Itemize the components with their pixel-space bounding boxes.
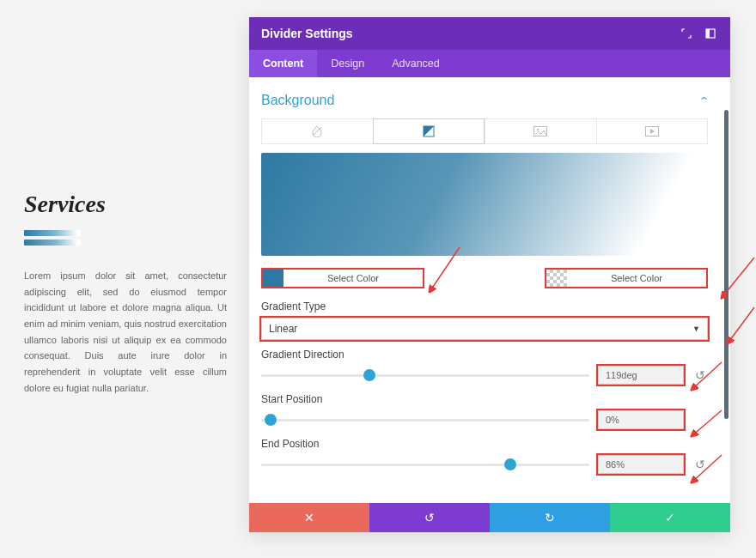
select-color-label: Select Color	[284, 270, 423, 287]
end-position-slider[interactable]	[261, 457, 589, 472]
bg-tab-color[interactable]	[261, 118, 373, 144]
divider-bar	[24, 230, 81, 236]
gradient-type-value: Linear	[269, 323, 297, 335]
slider-thumb[interactable]	[265, 414, 277, 426]
save-button[interactable]: ✓	[610, 503, 730, 532]
gradient-type-label: Gradient Type	[261, 300, 708, 312]
collapse-icon: ⌃	[698, 95, 710, 106]
modal-title: Divider Settings	[261, 27, 670, 40]
select-color-label: Select Color	[567, 270, 706, 287]
scroll-content: Background ⌃	[249, 77, 730, 503]
section-title: Background	[261, 93, 334, 108]
slider-track	[261, 464, 589, 466]
divider-bar	[24, 240, 81, 246]
page-title: Services	[24, 191, 227, 218]
svg-line-2	[313, 127, 321, 136]
start-position-label: Start Position	[261, 393, 708, 405]
gradient-type-select[interactable]: Linear ▼	[261, 318, 708, 340]
divider-preview	[24, 230, 227, 246]
slider-thumb[interactable]	[504, 458, 516, 470]
reset-direction-button[interactable]: ↺	[692, 367, 708, 383]
svg-point-5	[537, 129, 539, 130]
expand-icon[interactable]	[679, 26, 694, 41]
bg-tab-gradient[interactable]	[373, 118, 485, 144]
dropdown-caret-icon: ▼	[692, 324, 700, 333]
snap-icon[interactable]	[703, 26, 718, 41]
gradient-direction-label: Gradient Direction	[261, 349, 708, 361]
color-swatch-2	[546, 270, 567, 287]
check-icon: ✓	[665, 511, 675, 525]
undo-icon: ↺	[424, 511, 435, 525]
modal-footer: ✕ ↺ ↻ ✓	[249, 503, 730, 532]
undo-button[interactable]: ↺	[369, 503, 490, 532]
tab-advanced[interactable]: Advanced	[378, 50, 454, 77]
color-swatch-1	[263, 270, 284, 287]
cancel-button[interactable]: ✕	[249, 503, 369, 532]
modal-header: Divider Settings	[249, 17, 730, 50]
end-position-input[interactable]: 86%	[598, 455, 684, 474]
bg-tab-image[interactable]	[485, 118, 596, 144]
redo-button[interactable]: ↻	[490, 503, 610, 532]
modal-body: Background ⌃	[249, 77, 730, 503]
slider-thumb[interactable]	[363, 369, 375, 381]
slider-track	[261, 419, 589, 422]
color-picker-1[interactable]: Select Color	[261, 268, 424, 288]
tab-content[interactable]: Content	[249, 50, 317, 77]
tab-design[interactable]: Design	[317, 50, 378, 77]
end-position-label: End Position	[261, 438, 708, 450]
settings-tabs: Content Design Advanced	[249, 50, 730, 77]
close-icon: ✕	[304, 511, 314, 525]
svg-rect-1	[706, 29, 710, 38]
start-position-slider[interactable]	[261, 412, 589, 428]
color-picker-2[interactable]: Select Color	[545, 268, 708, 288]
body-text: Lorem ipsum dolor sit amet, consectetur …	[24, 268, 227, 397]
bg-tab-video[interactable]	[596, 118, 709, 144]
page-preview: Services Lorem ipsum dolor sit amet, con…	[0, 0, 249, 558]
gradient-direction-input[interactable]: 119deg	[598, 366, 684, 385]
bg-type-tabs	[261, 118, 708, 153]
slider-track	[261, 374, 589, 377]
redo-icon: ↻	[545, 511, 555, 525]
divider-settings-modal: Divider Settings Content Design Advanced…	[249, 17, 730, 532]
scrollbar-thumb[interactable]	[724, 110, 729, 419]
gradient-direction-row: 119deg ↺	[261, 366, 708, 385]
start-position-input[interactable]: 0%	[598, 410, 684, 429]
color-pickers-row: Select Color Select Color	[261, 268, 708, 288]
svg-line-9	[728, 307, 754, 343]
gradient-preview	[261, 153, 708, 256]
gradient-direction-slider[interactable]	[261, 367, 589, 383]
app-stage: Services Lorem ipsum dolor sit amet, con…	[0, 0, 756, 558]
reset-end-button[interactable]: ↺	[692, 457, 708, 472]
section-header[interactable]: Background ⌃	[261, 89, 708, 118]
end-position-row: 86% ↺	[261, 455, 708, 474]
start-position-row: 0% ↺	[261, 410, 708, 429]
